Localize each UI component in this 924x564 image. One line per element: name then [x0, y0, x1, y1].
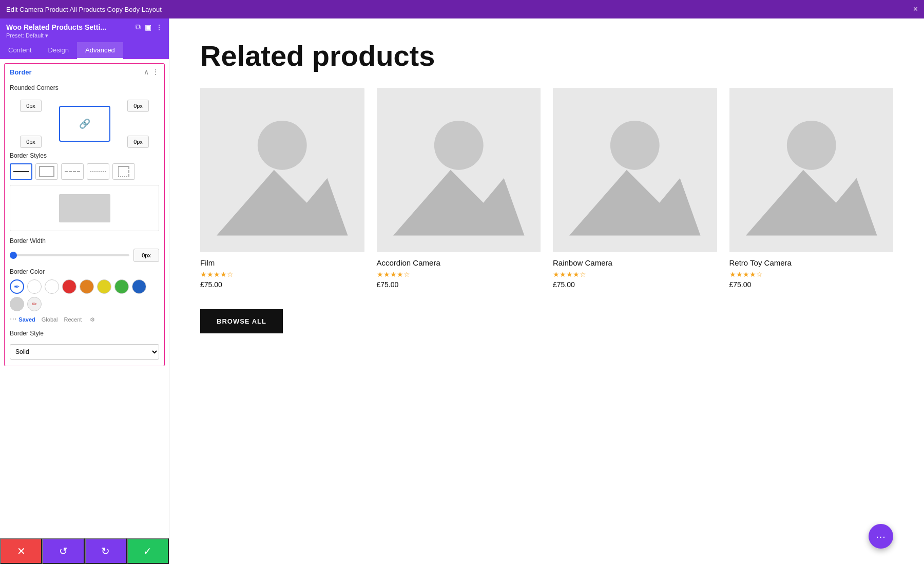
product-name-2: Rainbow Camera: [553, 258, 717, 267]
color-tab-saved[interactable]: Saved: [18, 316, 35, 323]
main-layout: Woo Related Products Setti... ⧉ ▣ ⋮ Pres…: [0, 18, 924, 564]
corner-bottom-right-input[interactable]: [127, 136, 149, 148]
color-swatch-yellow[interactable]: [97, 279, 111, 294]
product-stars-2: ★★★★☆: [553, 270, 717, 278]
section-body-border: Rounded Corners 🔗 Border Styles: [5, 80, 164, 366]
border-preview: [10, 185, 159, 231]
border-style-select-label: Border Style: [10, 330, 159, 337]
collapse-icon[interactable]: ∧: [144, 68, 149, 76]
close-icon[interactable]: ×: [913, 5, 918, 14]
corner-box: 🔗: [59, 106, 110, 142]
panel-preset[interactable]: Preset: Default ▾: [6, 32, 163, 39]
border-color-label: Border Color: [10, 268, 159, 275]
left-panel: Woo Related Products Setti... ⧉ ▣ ⋮ Pres…: [0, 18, 169, 564]
product-stars-0: ★★★★☆: [200, 270, 364, 278]
title-bar: Edit Camera Product All Products Copy Bo…: [0, 0, 924, 18]
border-section: Border ∧ ⋮ Rounded Corners 🔗: [4, 63, 165, 366]
product-price-3: £75.00: [729, 280, 894, 289]
product-card-2[interactable]: Rainbow Camera ★★★★☆ £75.00: [553, 88, 717, 289]
panel-header: Woo Related Products Setti... ⧉ ▣ ⋮ Pres…: [0, 18, 169, 42]
color-settings-icon[interactable]: ⚙: [90, 316, 95, 323]
border-style-dotted-btn[interactable]: [87, 163, 109, 180]
panel-icon-toggle[interactable]: ▣: [145, 23, 151, 31]
product-price-2: £75.00: [553, 280, 717, 289]
border-style-solid-btn[interactable]: [10, 163, 32, 180]
product-name-0: Film: [200, 258, 364, 267]
product-price-0: £75.00: [200, 280, 364, 289]
color-tab-global[interactable]: Global: [42, 316, 58, 323]
eyedropper-button[interactable]: ✒: [10, 279, 24, 294]
color-tab-recent[interactable]: Recent: [64, 316, 82, 323]
border-preview-inner: [59, 194, 110, 222]
border-style-options: [10, 163, 159, 180]
corner-top-left-input[interactable]: [20, 100, 42, 112]
product-name-1: Accordion Camera: [377, 258, 541, 267]
product-image-1: [377, 88, 541, 252]
rounded-corners-label: Rounded Corners: [10, 84, 159, 91]
color-swatch-transparent[interactable]: [27, 279, 42, 294]
title-bar-text: Edit Camera Product All Products Copy Bo…: [6, 6, 162, 13]
border-styles-label: Border Styles: [10, 152, 159, 159]
border-style-select[interactable]: None Solid Double Dashed Dotted Groove: [10, 344, 159, 360]
tab-design[interactable]: Design: [40, 42, 77, 59]
border-style-dashed-btn[interactable]: [61, 163, 84, 180]
product-name-3: Retro Toy Camera: [729, 258, 894, 267]
custom-color-button[interactable]: ✏: [27, 297, 42, 311]
section-header-border[interactable]: Border ∧ ⋮: [5, 64, 164, 80]
section-header-icons: ∧ ⋮: [144, 68, 159, 76]
section-title-border: Border: [10, 68, 32, 76]
product-image-0: [200, 88, 364, 252]
product-image-3: [729, 88, 894, 252]
color-swatch-orange[interactable]: [80, 279, 94, 294]
color-tabs: Saved Global Recent ⚙: [18, 316, 95, 323]
color-swatch-light-gray[interactable]: [10, 297, 24, 311]
tab-advanced[interactable]: Advanced: [77, 42, 123, 59]
tabs: Content Design Advanced: [0, 42, 169, 59]
product-stars-3: ★★★★☆: [729, 270, 894, 278]
undo-button[interactable]: ↺: [42, 538, 84, 564]
link-icon[interactable]: 🔗: [79, 118, 90, 129]
tab-content[interactable]: Content: [0, 42, 40, 59]
product-price-1: £75.00: [377, 280, 541, 289]
save-button[interactable]: ✓: [127, 538, 169, 564]
corner-diagram: 🔗: [10, 96, 159, 152]
svg-point-10: [786, 121, 836, 170]
panel-icon-copy[interactable]: ⧉: [136, 23, 141, 31]
border-width-slider-row: [10, 249, 159, 262]
panel-title: Woo Related Products Setti...: [6, 23, 106, 31]
redo-button[interactable]: ↻: [85, 538, 127, 564]
page-title: Related products: [200, 39, 893, 72]
color-more-button[interactable]: ···: [10, 314, 16, 324]
product-image-2: [553, 88, 717, 252]
bottom-toolbar: ✕ ↺ ↻ ✓: [0, 538, 169, 564]
panel-header-icons: ⧉ ▣ ⋮: [136, 23, 163, 31]
color-swatch-white[interactable]: [45, 279, 59, 294]
svg-point-4: [434, 121, 483, 170]
border-width-slider[interactable]: [10, 254, 129, 256]
products-grid: Film ★★★★☆ £75.00 Accordion Camera ★★★★☆…: [200, 88, 893, 289]
corner-top-right-input[interactable]: [127, 100, 149, 112]
product-card-0[interactable]: Film ★★★★☆ £75.00: [200, 88, 364, 289]
corner-bottom-left-input[interactable]: [20, 136, 42, 148]
right-content: Related products Film ★★★★☆ £75.00: [169, 18, 924, 564]
product-card-1[interactable]: Accordion Camera ★★★★☆ £75.00: [377, 88, 541, 289]
color-swatches: ✒ ✏: [10, 279, 159, 311]
product-stars-1: ★★★★☆: [377, 270, 541, 278]
border-width-label: Border Width: [10, 237, 159, 245]
border-style-outside-btn[interactable]: [35, 163, 58, 180]
section-more-icon[interactable]: ⋮: [152, 68, 159, 76]
border-width-value-input[interactable]: [133, 249, 159, 262]
border-style-mixed-btn[interactable]: [112, 163, 135, 180]
color-swatch-red[interactable]: [62, 279, 76, 294]
product-card-3[interactable]: Retro Toy Camera ★★★★☆ £75.00: [729, 88, 894, 289]
svg-point-7: [610, 121, 660, 170]
panel-content: Border ∧ ⋮ Rounded Corners 🔗: [0, 59, 169, 538]
color-swatch-blue[interactable]: [132, 279, 146, 294]
browse-all-button[interactable]: BROWSE ALL: [200, 309, 283, 333]
color-swatch-green[interactable]: [114, 279, 129, 294]
cancel-button[interactable]: ✕: [0, 538, 42, 564]
panel-icon-more[interactable]: ⋮: [156, 23, 163, 31]
floating-action-button[interactable]: ···: [869, 524, 893, 549]
svg-point-1: [258, 121, 307, 170]
